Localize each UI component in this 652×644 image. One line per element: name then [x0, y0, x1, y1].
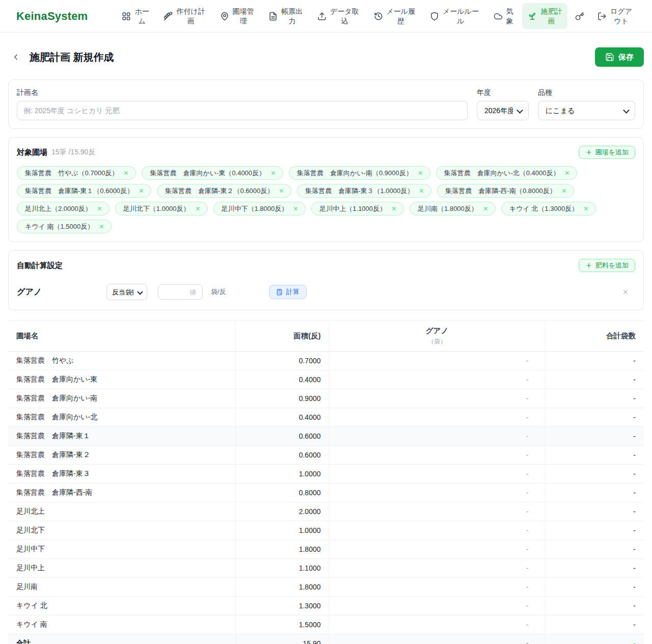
guano-cell: -	[329, 465, 545, 484]
nav-list: ホー ム 作付け計 画 圃場管 理 帳票出 力 データ取 込 メール履 歴 メー…	[116, 3, 638, 29]
remove-tag-icon[interactable]	[279, 188, 284, 194]
remove-tag-icon[interactable]	[391, 206, 397, 211]
top-nav: KeinaSystem ホー ム 作付け計 画 圃場管 理 帳票出 力 データ取…	[0, 0, 652, 33]
calculate-button[interactable]: 計算	[269, 285, 307, 299]
field-name-cell: キウイ 北	[8, 597, 235, 615]
field-name-cell: 足川中上	[8, 559, 235, 578]
nav-item-planting-plan[interactable]: 作付け計 画	[158, 3, 210, 29]
nav-item-label: データ取 込	[330, 7, 359, 25]
nav-item-field-management[interactable]: 圃場管 理	[214, 3, 260, 29]
table-header-row: 圃場名 面積(反) グアノ （袋） 合計袋数	[8, 321, 644, 352]
field-tag[interactable]: 集落営農 竹やぶ（0.7000反）	[17, 166, 136, 180]
brand-logo[interactable]: KeinaSystem	[16, 10, 88, 23]
field-tag[interactable]: 集落営農 倉庫向かい-南（0.9000反）	[289, 166, 430, 180]
field-tag[interactable]: 集落営農 倉庫隣-西-南（0.8000反）	[437, 184, 574, 198]
calc-mode-select[interactable]: 反当袋数	[106, 284, 147, 300]
remove-tag-icon[interactable]	[123, 170, 129, 176]
wheat-icon	[164, 12, 173, 21]
nav-item-data-import[interactable]: データ取 込	[312, 3, 365, 29]
nav-item-logout[interactable]: ログア ウト	[592, 3, 638, 29]
field-tag[interactable]: 集落営農 倉庫隣-東３（1.0000反）	[297, 184, 431, 198]
auto-calc-title: 自動計算設定	[17, 261, 63, 271]
field-name-cell: 足川南	[8, 578, 235, 597]
remove-tag-icon[interactable]	[583, 206, 589, 211]
plan-name-input[interactable]	[17, 101, 468, 120]
remove-tag-icon[interactable]	[270, 170, 276, 176]
guano-cell: -	[329, 408, 545, 427]
area-cell: 1.5000	[235, 615, 329, 634]
guano-cell: -	[329, 370, 545, 389]
table-row: 集落営農 倉庫向かい-北0.4000--	[8, 408, 644, 427]
field-tag[interactable]: 足川南（1.8000反）	[410, 202, 496, 216]
nav-item-mail-history[interactable]: メール履 歴	[368, 3, 421, 29]
guano-cell: -	[329, 597, 545, 615]
area-cell: 1.8000	[235, 540, 329, 559]
field-tag[interactable]: 足川中上（1.1000反）	[311, 202, 404, 216]
table-row: キウイ 北1.3000--	[8, 597, 644, 615]
total-bags-cell: -	[545, 408, 644, 427]
total-bags-cell: -	[545, 446, 644, 465]
variety-select[interactable]: にこまる	[538, 101, 635, 120]
add-field-button[interactable]: 圃場を追加	[579, 146, 635, 159]
fields-table-body: 集落営農 竹やぶ0.7000--集落営農 倉庫向かい-東0.4000--集落営農…	[8, 352, 644, 644]
chevron-left-icon	[11, 52, 20, 62]
calc-value-input[interactable]	[158, 284, 203, 300]
add-field-button-label: 圃場を追加	[595, 148, 629, 157]
remove-tag-icon[interactable]	[419, 188, 424, 194]
remove-tag-icon[interactable]	[99, 224, 104, 229]
field-name-cell: 足川中下	[8, 540, 235, 559]
field-tag[interactable]: 足川北上（2.0000反）	[17, 202, 110, 216]
remove-tag-icon[interactable]	[139, 188, 144, 194]
col-header-total-bags: 合計袋数	[545, 321, 644, 352]
area-cell: 0.7000	[235, 352, 329, 370]
field-tag[interactable]: 集落営農 倉庫隣-東２（0.6000反）	[157, 184, 291, 198]
guano-cell: -	[329, 521, 545, 540]
table-row: 足川中下1.8000--	[8, 540, 644, 559]
nav-item-report-output[interactable]: 帳票出 力	[263, 3, 308, 29]
area-cell: 0.4000	[235, 370, 329, 389]
field-tag-label: 集落営農 倉庫向かい-北（0.4000反）	[444, 169, 560, 178]
fertilizer-row: グアノ 反当袋数 袋/反 計算	[17, 282, 635, 302]
guano-cell: -	[329, 352, 545, 370]
remove-tag-icon[interactable]	[195, 206, 201, 211]
plus-icon	[585, 149, 592, 156]
field-name-cell: 集落営農 倉庫隣-東１	[8, 427, 235, 446]
variety-label: 品種	[538, 88, 635, 97]
field-tag[interactable]: 足川北下（1.0000反）	[115, 202, 208, 216]
field-tag-label: 集落営農 倉庫隣-東３（1.0000反）	[305, 186, 414, 196]
page-title: 施肥計画 新規作成	[30, 50, 114, 64]
remove-tag-icon[interactable]	[483, 206, 488, 211]
add-fertilizer-button[interactable]: 肥料を追加	[579, 259, 635, 272]
close-icon	[622, 288, 629, 296]
field-tag[interactable]: 集落営農 倉庫向かい-北（0.4000反）	[436, 166, 578, 180]
save-button-label: 保存	[618, 52, 634, 62]
nav-item-weather[interactable]: 気 象	[488, 3, 519, 29]
remove-tag-icon[interactable]	[564, 170, 570, 176]
field-tag[interactable]: 足川中下（1.8000反）	[213, 202, 306, 216]
back-button[interactable]	[8, 49, 23, 65]
col-header-field-name: 圃場名	[8, 321, 235, 352]
area-cell: 0.4000	[235, 408, 329, 427]
remove-fertilizer-button[interactable]	[621, 287, 630, 297]
year-label: 年度	[477, 88, 529, 97]
nav-item-home[interactable]: ホー ム	[116, 3, 154, 29]
area-cell: 0.6000	[235, 446, 329, 465]
table-row: 集落営農 倉庫隣-西-南0.8000--	[8, 484, 644, 502]
field-tag-label: 足川南（1.8000反）	[418, 204, 478, 213]
nav-item-fertilization-plan[interactable]: 施肥計 画	[522, 3, 567, 29]
field-tag[interactable]: キウイ 南（1.5000反）	[17, 220, 112, 233]
field-tag[interactable]: 集落営農 倉庫向かい-東（0.4000反）	[142, 166, 283, 180]
year-select[interactable]: 2026年度	[477, 101, 529, 120]
nav-item-mail-rules[interactable]: メールルー ル	[424, 3, 484, 29]
nav-item-api-key[interactable]	[571, 8, 588, 24]
remove-tag-icon[interactable]	[293, 206, 298, 211]
remove-tag-icon[interactable]	[97, 206, 102, 211]
remove-tag-icon[interactable]	[561, 188, 567, 194]
field-tag[interactable]: 集落営農 倉庫隣-東１（0.6000反）	[17, 184, 151, 198]
field-tag-label: 集落営農 倉庫隣-東２（0.6000反）	[165, 186, 274, 196]
field-name-cell: 集落営農 倉庫向かい-南	[8, 389, 235, 408]
field-tag[interactable]: キウイ 北（1.3000反）	[501, 202, 596, 216]
total-bags-cell: -	[545, 597, 644, 615]
remove-tag-icon[interactable]	[418, 170, 423, 176]
save-button[interactable]: 保存	[595, 47, 644, 67]
